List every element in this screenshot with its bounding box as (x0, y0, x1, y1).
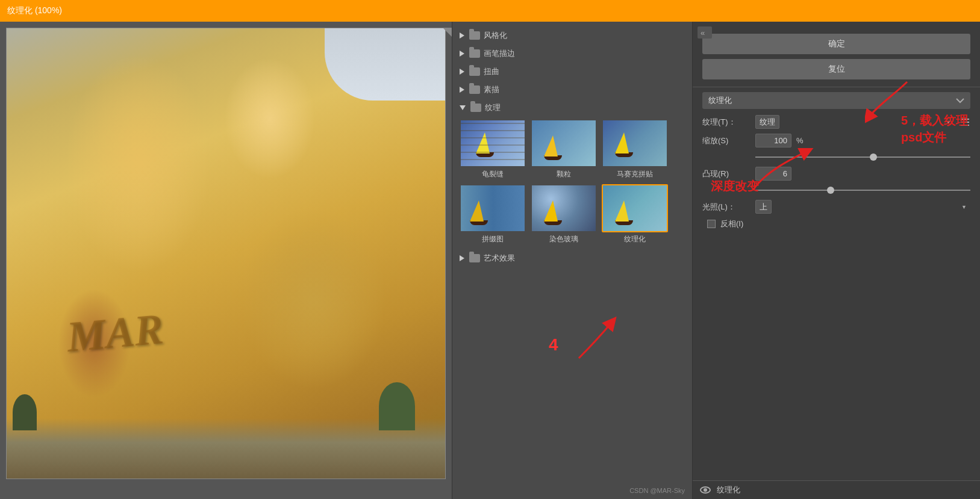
filter-thumb-ransebs[interactable]: 染色玻璃 (531, 184, 597, 244)
filter-group-header-yishu[interactable]: 艺术效果 (452, 249, 692, 267)
title-bar: 纹理化 (100%) (0, 0, 980, 22)
thumb-visual-gulie (461, 120, 525, 166)
triangle-icon-wenli (460, 105, 466, 110)
light-select-wrapper: 上 (755, 200, 970, 214)
folder-icon-fenggehua (469, 31, 480, 40)
relief-slider-track (755, 190, 970, 191)
thumb-label-ransebs: 染色玻璃 (531, 234, 597, 244)
light-row: 光照(L)： 上 (702, 200, 970, 214)
scale-value-input[interactable] (755, 134, 791, 147)
title-text: 纹理化 (100%) (7, 5, 62, 16)
thumb-label-pinjie: 拼缀图 (460, 234, 526, 244)
layer-eye-icon[interactable] (700, 486, 711, 494)
thumb-visual-ransebs (532, 185, 596, 231)
scale-label: 缩放(S) (702, 135, 751, 146)
filter-group-header-sumiao[interactable]: 素描 (452, 81, 692, 99)
tree-left (13, 394, 37, 430)
light-label: 光照(L)： (702, 202, 751, 212)
layer-name-text: 纹理化 (717, 485, 740, 495)
filter-thumbnails-wenli: 龟裂缝 颗粒 (452, 117, 692, 249)
thumb-img-pinjie (460, 184, 526, 232)
filter-group-header-fenggehua[interactable]: 风格化 (452, 26, 692, 45)
thumb-img-ransebs (531, 184, 597, 232)
texture-type-row: 纹理(T)： 纹理 (702, 115, 970, 129)
invert-label: 反相(I) (720, 219, 743, 229)
filter-group-label-niuqu: 扭曲 (484, 66, 499, 77)
filter-group-header-niuqu[interactable]: 扭曲 (452, 63, 692, 81)
scale-slider-track (755, 157, 970, 158)
confirm-button[interactable]: 确定 (702, 34, 970, 54)
filter-group-label-yishu: 艺术效果 (484, 253, 515, 264)
chevron-down-icon (956, 97, 964, 104)
scale-slider-container (755, 152, 970, 162)
thumb-label-gulie: 龟裂缝 (460, 169, 526, 179)
texture-setting-header[interactable]: 纹理化 (702, 92, 970, 109)
main-layout: MAR 风格化 画笔描边 扭曲 (0, 22, 980, 499)
svg-text:«: « (701, 28, 705, 37)
filter-group-header-wenli[interactable]: 纹理 (452, 99, 692, 117)
filter-thumb-gulie[interactable]: 龟裂缝 (460, 119, 526, 179)
stone-background: MAR (7, 28, 445, 479)
texture-setting-title: 纹理化 (708, 95, 732, 106)
tree-right (379, 382, 415, 430)
triangle-icon-niuqu (460, 69, 464, 75)
scale-slider-thumb[interactable] (870, 153, 877, 161)
thumb-visual-wenlihua (603, 185, 667, 231)
filter-group-label-wenli: 纹理 (485, 102, 501, 113)
reset-button[interactable]: 复位 (702, 59, 970, 79)
triangle-icon-fenggehua (460, 33, 464, 39)
right-settings: 纹理化 纹理(T)： 纹理 (693, 87, 980, 239)
folder-icon-sumiao (469, 85, 480, 94)
layer-panel: 纹理化 (693, 480, 980, 499)
thumb-img-wenlihua (602, 184, 668, 232)
relief-value-input[interactable] (755, 167, 791, 181)
annotation-arrow-4 (573, 316, 621, 367)
thumb-label-wenlihua: 纹理化 (602, 234, 668, 244)
filter-thumb-lili[interactable]: 颗粒 (531, 119, 597, 179)
filter-group-label-sumiao: 素描 (484, 84, 499, 95)
filter-group-sumiao: 素描 (452, 81, 692, 99)
arrow-svg-4 (573, 316, 621, 364)
thumb-img-lili (531, 119, 597, 167)
sky-area (325, 28, 445, 101)
relief-slider-thumb[interactable] (827, 187, 834, 194)
folder-icon-huabimiao (469, 49, 480, 58)
relief-label: 凸现(R) (702, 169, 751, 179)
triangle-icon-huabimiao (460, 51, 464, 57)
folder-icon-niuqu (469, 67, 480, 76)
filter-group-label-huabimiao: 画笔描边 (484, 48, 515, 59)
scale-row: 缩放(S) % (702, 134, 970, 147)
texture-menu-icon[interactable] (960, 117, 970, 127)
filter-group-yishu: 艺术效果 (452, 249, 692, 267)
filter-group-huabimiao: 画笔描边 (452, 45, 692, 63)
light-select[interactable]: 上 (755, 200, 772, 214)
texture-type-label: 纹理(T)： (702, 117, 751, 128)
filter-thumb-pinjie[interactable]: 拼缀图 (460, 184, 526, 244)
collapse-icon[interactable]: « (698, 26, 712, 39)
triangle-icon-yishu (460, 255, 464, 261)
relief-row: 凸现(R) (702, 167, 970, 181)
filter-thumb-masaike[interactable]: 马赛克拼贴 (602, 119, 668, 179)
invert-checkbox[interactable] (707, 220, 716, 228)
scale-percent: % (796, 136, 804, 145)
thumb-label-masaike: 马赛克拼贴 (602, 169, 668, 179)
filter-group-fenggehua: 风格化 (452, 26, 692, 45)
right-panel: « 确定 复位 纹理化 纹理(T)： 纹理 (693, 22, 980, 499)
invert-row: 反相(I) (707, 219, 970, 229)
stone-mar-text: MAR (65, 304, 166, 362)
right-top-buttons: 确定 复位 (693, 26, 980, 87)
filter-group-header-huabimiao[interactable]: 画笔描边 (452, 45, 692, 63)
filter-group-niuqu: 扭曲 (452, 63, 692, 81)
thumb-visual-lili (532, 120, 596, 166)
triangle-icon-sumiao (460, 87, 464, 93)
folder-icon-yishu (469, 254, 480, 262)
canvas-scroll-triangle[interactable] (443, 28, 452, 37)
annotation-4-container: 4 (549, 335, 558, 355)
thumb-img-masaike (602, 119, 668, 167)
texture-type-select[interactable]: 纹理 (755, 115, 779, 129)
canvas-image: MAR (6, 28, 446, 479)
filter-group-wenli: 纹理 龟裂缝 (452, 99, 692, 249)
filter-group-label-fenggehua: 风格化 (484, 30, 507, 41)
thumb-visual-pinjie (461, 185, 525, 231)
filter-thumb-wenlihua[interactable]: 纹理化 (602, 184, 668, 244)
